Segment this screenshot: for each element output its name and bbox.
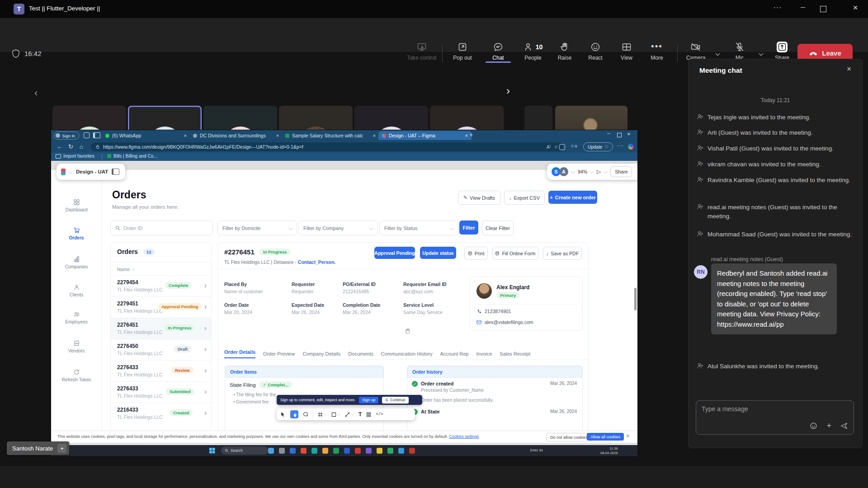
tab-order-details[interactable]: Order Details	[224, 349, 255, 358]
fill-online-form-button[interactable]: Fill Online Form	[492, 247, 538, 260]
sidebar-item-companies[interactable]: Companies	[51, 256, 102, 269]
window-maximize-button[interactable]	[820, 6, 826, 12]
browser-update-button[interactable]: Update ♡	[583, 142, 613, 151]
tab-close-icon[interactable]: ×	[276, 133, 279, 138]
order-row[interactable]: 2276433 TL Flex Holdings LLC Submitted ›	[111, 381, 211, 403]
page-scrollbar[interactable]	[634, 288, 637, 310]
view-drafts-button[interactable]: ✎View Drafts	[458, 191, 500, 205]
browser-tab[interactable]: DC Divisions and Surroundings ×	[189, 131, 283, 140]
mini-search-pill[interactable]: Search	[221, 446, 268, 455]
emoji-icon[interactable]	[810, 422, 817, 430]
import-favorites-button[interactable]: Import favorites	[56, 154, 94, 159]
tab-order-preview[interactable]: Order Preview	[263, 351, 295, 357]
signup-button[interactable]: Sign up	[359, 397, 378, 404]
deny-cookies-button[interactable]: Do not allow cookies	[546, 433, 592, 441]
filter-apply-button[interactable]: Filter	[459, 221, 478, 235]
mini-tray-lang[interactable]: ENG IN	[530, 448, 543, 452]
browser-tab[interactable]: (5) WhatsApp ×	[102, 131, 190, 140]
presenter-add-button[interactable]: +	[57, 444, 66, 453]
zoom-level[interactable]: 94%	[578, 169, 587, 174]
bills-bookmark[interactable]: Bills | Billing and Co...	[107, 154, 157, 159]
browser-restore-icon[interactable]	[617, 133, 622, 137]
order-id-search[interactable]: Order ID	[110, 221, 213, 235]
figma-logo-icon[interactable]	[61, 169, 66, 175]
favorites-list-icon[interactable]: ☆≡	[570, 143, 577, 149]
components-tool-icon[interactable]	[366, 412, 371, 417]
sidebar-item-employees[interactable]: Employees	[51, 311, 102, 324]
order-row[interactable]: 2276450 TL Flex Holdings LLC Draft ›	[111, 339, 211, 361]
hand-tool-icon-selected[interactable]	[290, 410, 298, 418]
browser-tab-active[interactable]: Design - UAT – Figma ×	[378, 131, 472, 140]
chat-message-bubble[interactable]: Redberyl and Santosh added read.ai meeti…	[711, 263, 837, 334]
copilot-icon[interactable]	[628, 144, 634, 150]
sidebar-item-orders[interactable]: Orders	[51, 227, 102, 240]
collaborators-chevron[interactable]	[571, 168, 575, 176]
shape-tool-chevron[interactable]	[338, 412, 340, 418]
order-row-selected[interactable]: 2276451 TL Flex Holdings LLC In Progress…	[111, 318, 211, 339]
order-row[interactable]: 2279454 TL Flex Holdings LLC Complete ›	[111, 275, 211, 297]
window-close-button[interactable]: ×	[846, 3, 864, 13]
comment-tool-icon[interactable]	[303, 412, 308, 417]
browser-profile-button[interactable]: Sign in	[54, 131, 79, 140]
back-icon[interactable]: ←	[57, 143, 62, 150]
filter-company-select[interactable]: Filter by Company	[298, 221, 378, 235]
pages-panel-icon[interactable]	[112, 169, 119, 175]
frame-tool-icon[interactable]	[318, 412, 323, 417]
chat-input-box[interactable]: Type a message +	[696, 400, 854, 435]
browser-tab[interactable]: Sample Salary Structure with calc ×	[282, 131, 379, 140]
name-column-header[interactable]: Name ↓	[111, 263, 211, 275]
order-row[interactable]: 2216433 TL Flex Holdings LLC Created ›	[111, 403, 211, 424]
workspaces-icon[interactable]	[84, 132, 90, 138]
tab-close-icon[interactable]: ×	[465, 133, 468, 138]
tab-communication-history[interactable]: Communication History	[381, 351, 433, 357]
present-chevron[interactable]	[604, 168, 607, 176]
send-icon[interactable]	[840, 422, 848, 430]
update-status-button[interactable]: Update status	[420, 247, 456, 259]
browser-close-icon[interactable]: ×	[627, 131, 631, 137]
extensions-icon[interactable]	[559, 144, 565, 150]
new-tab-button[interactable]: +	[469, 131, 473, 138]
filter-clear-button[interactable]: Clear Filter	[482, 221, 514, 235]
present-icon[interactable]: ▷	[597, 169, 601, 175]
sidebar-item-refresh-token[interactable]: Refresh Token	[51, 369, 102, 382]
print-button[interactable]: Print	[464, 247, 488, 260]
cookie-close-icon[interactable]: ×	[626, 433, 629, 439]
contact-email-row[interactable]: alex@vstatefilings.com	[476, 319, 533, 325]
cursor-tool-icon[interactable]	[280, 412, 286, 417]
favorite-star-icon[interactable]: ☆	[554, 144, 558, 150]
frame-tool-chevron[interactable]	[324, 412, 326, 418]
strip-scroll-left-icon[interactable]: ‹	[34, 87, 38, 99]
cookie-settings-link[interactable]: Cookies settings	[449, 434, 479, 439]
mini-start-icon[interactable]	[209, 448, 215, 454]
tab-close-icon[interactable]: ×	[373, 133, 376, 138]
approval-pending-button[interactable]: Approval Pending	[374, 247, 415, 259]
tab-sales-receipt[interactable]: Sales Receipt	[500, 351, 530, 357]
contact-person-link[interactable]: Contact_Person.	[298, 259, 335, 265]
sidebar-item-dashboard[interactable]: Dashboard	[51, 199, 102, 212]
export-csv-button[interactable]: ↓Export CSV	[504, 191, 545, 205]
connector-tool-icon[interactable]	[345, 412, 350, 417]
allow-cookies-button[interactable]: Allow all cookies	[587, 433, 624, 441]
order-row[interactable]: 2279451 TL Flex Holdings LLC Approval Pe…	[111, 296, 211, 318]
browser-menu-icon[interactable]: ···	[617, 142, 624, 149]
sidebar-item-vendors[interactable]: Vendors	[51, 340, 102, 353]
address-bar[interactable]: https://www.figma.com/design/9BKQ0FOHRWa…	[91, 142, 563, 151]
figma-share-button[interactable]: Share	[610, 166, 632, 177]
filter-domicile-select[interactable]: Filter by Domicile	[217, 221, 297, 235]
google-continue-button[interactable]: GContinue	[382, 397, 409, 404]
strip-scroll-right-icon[interactable]: ›	[506, 84, 510, 97]
refresh-icon[interactable]: ↻	[68, 143, 73, 150]
collaborator-avatar-a[interactable]: A	[559, 167, 568, 176]
home-icon[interactable]: ⌂	[80, 143, 83, 150]
tab-documents[interactable]: Documents	[348, 351, 373, 357]
tab-account-rep[interactable]: Account Rep	[440, 351, 469, 357]
order-row[interactable]: 2276433 TL Flex Holdings LLC Review ›	[111, 360, 211, 382]
order-item-row[interactable]: State Filing ✓ Complet...	[230, 381, 292, 388]
attach-plus-icon[interactable]: +	[826, 421, 831, 431]
tab-company-details[interactable]: Company Details	[302, 351, 340, 357]
text-tool-icon[interactable]: T	[359, 411, 362, 418]
figma-menu-chevron[interactable]	[69, 168, 72, 176]
create-new-order-button[interactable]: +Create new order	[548, 191, 597, 204]
shape-tool-icon[interactable]	[331, 412, 336, 417]
filter-status-select[interactable]: Filter by Status	[379, 221, 459, 235]
